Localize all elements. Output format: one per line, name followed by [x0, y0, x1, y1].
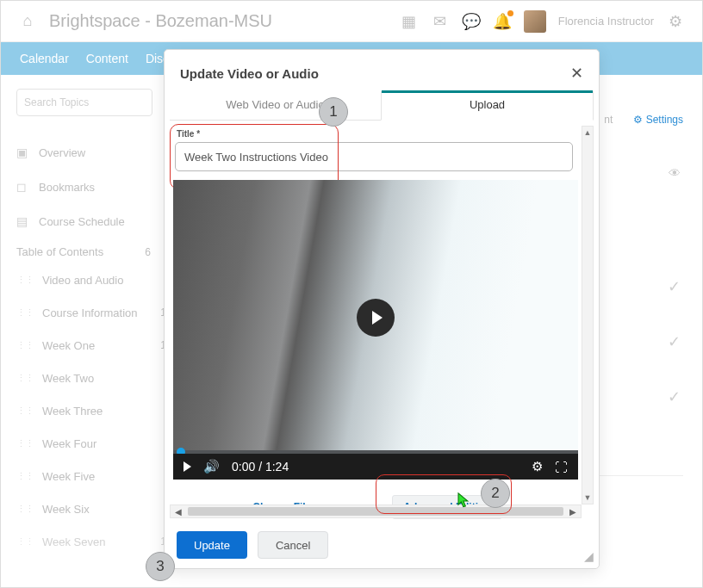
check-icon: ✓: [668, 277, 681, 296]
callout-2: 2: [481, 479, 510, 508]
drag-handle-icon: ⋮⋮: [16, 275, 34, 286]
drag-handle-icon: ⋮⋮: [16, 307, 34, 319]
apps-icon[interactable]: ▦: [400, 12, 419, 31]
drag-handle-icon: ⋮⋮: [16, 471, 34, 482]
toc-item[interactable]: ⋮⋮Week Seven1: [16, 525, 166, 558]
sidebar-overview[interactable]: ▣Overview: [16, 135, 166, 170]
drag-handle-icon: ⋮⋮: [16, 373, 34, 384]
scroll-left-icon[interactable]: ◀: [171, 507, 186, 517]
settings-link[interactable]: ⚙ Settings: [633, 114, 683, 126]
search-input[interactable]: Search Topics: [16, 89, 152, 116]
callout-1: 1: [319, 97, 348, 127]
nav-calendar[interactable]: Calendar: [20, 52, 69, 65]
toc-item[interactable]: ⋮⋮Week Three: [16, 394, 166, 427]
update-media-dialog: Update Video or Audio ✕ Web Video or Aud…: [164, 49, 600, 569]
nav-content[interactable]: Content: [86, 52, 128, 65]
title-input[interactable]: Week Two Instructions Video: [175, 142, 573, 171]
scroll-right-icon[interactable]: ▶: [565, 507, 581, 517]
fullscreen-icon[interactable]: ⛶: [555, 460, 568, 474]
toc-item[interactable]: ⋮⋮Week One1: [16, 329, 166, 362]
toc-header[interactable]: Table of Contents6: [16, 245, 166, 258]
drag-handle-icon: ⋮⋮: [16, 504, 34, 515]
drag-handle-icon: ⋮⋮: [16, 536, 34, 548]
toc-item[interactable]: ⋮⋮Video and Audio: [16, 263, 166, 296]
toc-item[interactable]: ⋮⋮Week Five: [16, 460, 166, 492]
sidebar-schedule[interactable]: ▤Course Schedule: [16, 204, 166, 238]
user-name[interactable]: Florencia Instructor: [558, 15, 654, 28]
scroll-down-icon[interactable]: ▼: [582, 492, 593, 504]
volume-icon[interactable]: 🔊: [203, 459, 220, 474]
check-icon: ✓: [668, 387, 681, 406]
horizontal-scrollbar[interactable]: ◀ ▶: [170, 504, 582, 518]
drag-handle-icon: ⋮⋮: [16, 438, 34, 449]
brand-title: Brightspace - Bozeman-MSU: [49, 11, 272, 31]
bookmark-icon: ◻: [16, 180, 30, 194]
vertical-scrollbar[interactable]: ▲ ▼: [582, 126, 594, 504]
toc-item[interactable]: ⋮⋮Week Two: [16, 362, 166, 394]
drag-handle-icon: ⋮⋮: [16, 405, 34, 417]
toc-item[interactable]: ⋮⋮Week Six: [16, 492, 166, 525]
calendar-icon: ▤: [16, 214, 30, 228]
check-icon: ✓: [668, 332, 681, 351]
close-icon[interactable]: ✕: [570, 64, 583, 83]
presentation-icon: ▣: [16, 145, 30, 159]
dialog-title: Update Video or Audio: [180, 66, 319, 81]
play-icon[interactable]: [184, 461, 191, 472]
home-icon[interactable]: ⌂: [18, 12, 37, 31]
update-button[interactable]: Update: [177, 531, 247, 559]
play-overlay-icon[interactable]: [357, 299, 395, 337]
tab-web-video[interactable]: Web Video or Audio: [170, 91, 381, 120]
avatar[interactable]: [524, 10, 546, 33]
visibility-icon[interactable]: 👁: [669, 166, 681, 180]
video-time: 0:00 / 1:24: [232, 460, 289, 473]
bell-icon[interactable]: 🔔: [493, 12, 512, 31]
toc-item[interactable]: ⋮⋮Course Information1: [16, 296, 166, 329]
video-preview[interactable]: 🔊 0:00 / 1:24 ⚙ ⛶: [173, 180, 578, 480]
drag-handle-icon: ⋮⋮: [16, 340, 34, 351]
settings-gear-icon[interactable]: ⚙: [532, 459, 543, 474]
callout-3: 3: [146, 552, 175, 581]
cancel-button[interactable]: Cancel: [258, 531, 328, 559]
scroll-up-icon[interactable]: ▲: [582, 127, 593, 139]
mail-icon[interactable]: ✉: [431, 12, 450, 31]
tab-upload[interactable]: Upload: [381, 91, 594, 121]
scroll-thumb[interactable]: [188, 507, 563, 516]
toc-item[interactable]: ⋮⋮Week Four: [16, 427, 166, 460]
gear-icon[interactable]: ⚙: [666, 12, 685, 31]
sidebar-bookmarks[interactable]: ◻Bookmarks: [16, 170, 166, 204]
title-label: Title *: [177, 129, 580, 139]
chat-icon[interactable]: 💬: [462, 12, 481, 31]
print-link[interactable]: nt: [604, 114, 613, 126]
resize-handle-icon[interactable]: ◢: [584, 549, 594, 563]
